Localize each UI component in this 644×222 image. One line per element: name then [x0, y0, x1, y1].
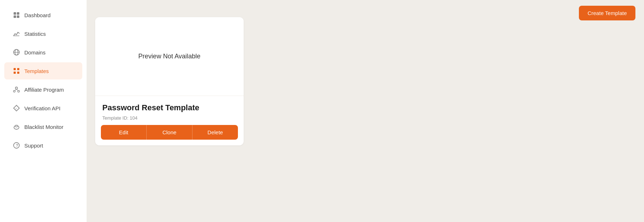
- svg-line-16: [16, 89, 18, 91]
- delete-button[interactable]: Delete: [192, 125, 238, 140]
- sidebar-item-statistics[interactable]: Statistics: [4, 25, 82, 42]
- clone-button[interactable]: Clone: [147, 125, 192, 140]
- sidebar-item-label: Affiliate Program: [24, 87, 64, 93]
- sidebar-item-domains[interactable]: Domains: [4, 44, 82, 61]
- svg-rect-11: [17, 72, 19, 74]
- api-icon: >: [13, 105, 20, 112]
- sidebar: Dashboard Statistics Domains: [0, 0, 87, 222]
- sidebar-item-blacklist-monitor[interactable]: Blacklist Monitor: [4, 118, 82, 135]
- sidebar-item-label: Templates: [24, 68, 49, 74]
- sidebar-item-dashboard[interactable]: Dashboard: [4, 6, 82, 24]
- svg-text:>: >: [15, 107, 17, 110]
- svg-rect-1: [17, 12, 19, 15]
- preview-not-available-text: Preview Not Available: [138, 53, 201, 60]
- domains-icon: [13, 49, 20, 56]
- svg-rect-0: [14, 12, 16, 15]
- svg-rect-9: [17, 68, 19, 70]
- header: Create Template: [579, 6, 635, 20]
- sidebar-item-label: Verification API: [24, 105, 60, 111]
- template-actions: Edit Clone Delete: [101, 125, 238, 140]
- sidebar-item-verification-api[interactable]: > Verification API: [4, 100, 82, 117]
- blacklist-icon: [13, 123, 20, 130]
- edit-button[interactable]: Edit: [101, 125, 147, 140]
- svg-line-15: [15, 89, 16, 91]
- sidebar-item-templates[interactable]: Templates: [4, 62, 82, 79]
- svg-rect-8: [14, 68, 16, 70]
- sidebar-item-label: Support: [24, 143, 43, 149]
- sidebar-item-label: Statistics: [24, 31, 46, 37]
- svg-text:?: ?: [16, 144, 18, 148]
- create-template-button[interactable]: Create Template: [579, 6, 635, 20]
- templates-icon: [13, 67, 20, 74]
- template-preview: Preview Not Available: [95, 17, 244, 96]
- sidebar-item-affiliate-program[interactable]: Affiliate Program: [4, 81, 82, 98]
- main-content: Create Template Preview Not Available Pa…: [87, 0, 644, 222]
- template-name: Password Reset Template: [102, 103, 236, 112]
- affiliate-icon: [13, 86, 20, 93]
- sidebar-item-label: Domains: [24, 49, 45, 56]
- template-id: Template ID: 104: [102, 115, 236, 121]
- sidebar-item-label: Dashboard: [24, 12, 50, 18]
- dashboard-icon: [13, 11, 20, 19]
- support-icon: ?: [13, 142, 20, 149]
- sidebar-item-support[interactable]: ? Support: [4, 137, 82, 154]
- svg-rect-10: [14, 72, 16, 74]
- svg-rect-2: [14, 15, 16, 18]
- svg-rect-3: [17, 15, 19, 18]
- svg-point-12: [15, 87, 18, 89]
- template-card: Preview Not Available Password Reset Tem…: [95, 17, 244, 145]
- template-info: Password Reset Template Template ID: 104: [95, 96, 244, 125]
- sidebar-item-label: Blacklist Monitor: [24, 124, 63, 130]
- statistics-icon: [13, 30, 20, 37]
